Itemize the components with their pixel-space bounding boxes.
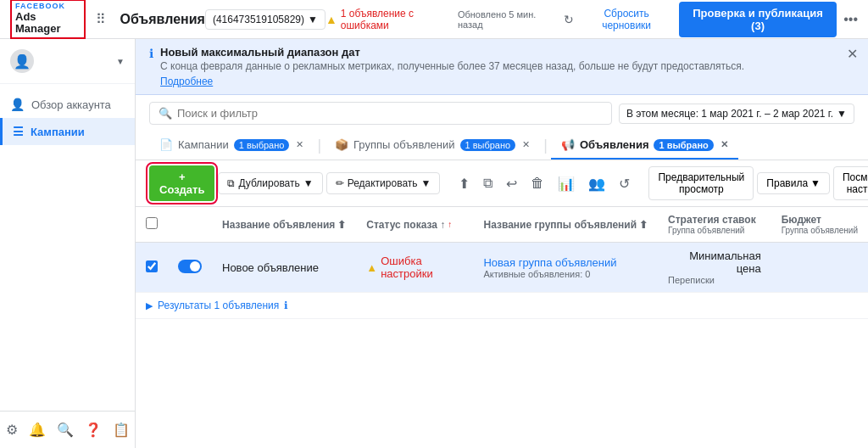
tab-separator: | (317, 137, 321, 154)
reset-drafts-button[interactable]: Сбросить черновики (581, 8, 672, 31)
settings-button[interactable]: Посмотреть настройки (833, 166, 868, 200)
search-icon[interactable]: 🔍 (57, 422, 74, 438)
tab-ads-close-icon[interactable]: ✕ (721, 139, 728, 150)
bid-strategy-sub: Переписки (668, 275, 761, 285)
sort-icon-2: ⬆ (639, 219, 648, 231)
rules-label: Правила (766, 177, 808, 189)
more-options-button[interactable]: ••• (843, 12, 858, 27)
account-overview-icon: 👤 (10, 98, 25, 111)
duplicate-label: Дублировать (238, 177, 299, 189)
edit-label: Редактировать (348, 177, 418, 189)
ad-group-sub: Активные объявления: 0 (483, 269, 648, 279)
tab-label: Кампании (178, 138, 229, 151)
sidebar-item-label: Кампании (31, 126, 85, 138)
create-button[interactable]: + Создать (149, 165, 214, 201)
row-ad-name-cell: Новое объявление (212, 243, 356, 293)
campaigns-icon: ☰ (13, 125, 24, 138)
select-all-checkbox[interactable] (146, 217, 158, 229)
tab-campaigns[interactable]: 📄 Кампании 1 выбрано ✕ (149, 132, 314, 160)
edit-button[interactable]: ✏ Редактировать ▼ (326, 172, 441, 194)
undo-button[interactable]: ↩ (501, 171, 522, 196)
sidebar-item-account-overview[interactable]: 👤 Обзор аккаунта (0, 91, 135, 118)
account-dropdown-icon: ▼ (308, 14, 318, 25)
notification-title: Новый максимальный диапазон дат (160, 46, 854, 59)
th-budget-sub: Группа объявлений (782, 226, 858, 235)
warning-icon: ▲ (326, 13, 337, 26)
help-icon[interactable]: ❓ (85, 422, 102, 438)
publish-button[interactable]: Проверка и публикация (3) (679, 2, 837, 37)
ad-toggle[interactable] (178, 260, 202, 273)
toggle-thumb (190, 261, 200, 272)
th-checkbox (136, 207, 168, 243)
top-bar-right: Обновлено 5 мин. назад ↻ Сбросить чернов… (458, 2, 858, 37)
tab-ads-badge: 1 выбрано (654, 139, 713, 151)
people-button[interactable]: 👥 (583, 171, 610, 196)
tab-adgroups-close-icon[interactable]: ✕ (522, 139, 530, 150)
tab-ads[interactable]: 📢 Объявления 1 выбрано ✕ (551, 132, 738, 160)
updated-text: Обновлено 5 мин. назад (458, 9, 557, 30)
th-status: Статус показа ↑ ↑ (356, 207, 473, 243)
facebook-logo: FACEBOOK Ads Manager (10, 0, 86, 39)
sort-ad-group[interactable]: Название группы объявлений ⬆ (483, 219, 648, 231)
notification-text: С конца февраля данные о рекламных метри… (160, 60, 854, 72)
tab-campaigns-close-icon[interactable]: ✕ (296, 139, 303, 150)
table-container: Название объявления ⬆ Статус показа ↑ ↑ (136, 207, 868, 448)
tab-campaigns-badge: 1 выбрано (234, 139, 290, 151)
tab-ads-icon: 📢 (561, 138, 575, 151)
search-input[interactable] (177, 107, 603, 120)
tab-separator-2: | (543, 137, 548, 154)
ad-group-link[interactable]: Новая группа объявлений (483, 256, 616, 269)
delete-button[interactable]: 🗑 (526, 171, 549, 195)
sync-button[interactable]: ↺ (614, 171, 635, 196)
avatar: 👤 (10, 49, 34, 73)
date-filter[interactable]: В этом месяце: 1 мар 2021 г. – 2 мар 202… (619, 104, 854, 124)
sidebar-item-campaigns[interactable]: ☰ Кампании (0, 118, 135, 145)
export-button[interactable]: ⬆ (453, 171, 475, 196)
sort-ad-name[interactable]: Название объявления ⬆ (222, 219, 346, 231)
search-icon: 🔍 (159, 107, 172, 120)
user-avatar[interactable]: 👤 ▼ (10, 49, 125, 73)
ads-table: Название объявления ⬆ Статус показа ↑ ↑ (136, 207, 868, 319)
duplicate-button[interactable]: ⧉ Дублировать ▼ (218, 172, 322, 194)
ad-name: Новое объявление (222, 261, 319, 274)
expand-info-icon: ℹ (284, 300, 288, 311)
error-text: 1 объявление с ошибками (341, 8, 458, 31)
row-bid-strategy-cell: Минимальная цена Переписки (658, 243, 771, 293)
row-checkbox[interactable] (146, 260, 158, 272)
notification-content: Новый максимальный диапазон дат С конца … (160, 46, 854, 87)
toggle-track[interactable] (178, 260, 202, 273)
notification-banner: ℹ Новый максимальный диапазон дат С конц… (136, 39, 868, 95)
notification-link[interactable]: Подробнее (160, 76, 213, 87)
th-ad-name: Название объявления ⬆ (212, 207, 356, 243)
expand-icon: ▶ (146, 300, 153, 311)
sort-status[interactable]: Статус показа ↑ ↑ (366, 219, 463, 231)
status-error: ▲ Ошибка настройки (366, 255, 463, 280)
notifications-icon[interactable]: 🔔 (29, 422, 46, 438)
duplicate-chevron-icon: ▼ (303, 177, 314, 189)
refresh-button[interactable]: ↻ (564, 13, 574, 26)
app-title: Ads Manager (15, 11, 81, 36)
pages-icon[interactable]: 📋 (113, 422, 130, 438)
expand-results[interactable]: ▶ Результаты 1 объявления ℹ (146, 300, 858, 311)
preview-button[interactable]: Предварительный просмотр (648, 166, 754, 200)
edit-icon: ✏ (336, 177, 344, 189)
chart-button[interactable]: 📊 (553, 171, 580, 196)
status-text: Ошибка настройки (381, 255, 463, 280)
date-filter-label: В этом месяце: 1 мар 2021 г. – 2 мар 202… (626, 108, 833, 120)
duplicate-icon: ⧉ (227, 177, 235, 189)
account-selector[interactable]: (416473519105829) ▼ (205, 9, 326, 30)
row-status-cell: ▲ Ошибка настройки (356, 243, 473, 293)
tab-ad-groups[interactable]: 📦 Группы объявлений 1 выбрано ✕ (325, 132, 540, 160)
rules-button[interactable]: Правила ▼ (757, 172, 830, 194)
tab-label: Объявления (580, 138, 649, 151)
sidebar-item-label: Обзор аккаунта (31, 98, 111, 111)
search-bar: 🔍 (149, 102, 612, 125)
copy-button[interactable]: ⧉ (478, 171, 498, 195)
sidebar-nav: 👤 Обзор аккаунта ☰ Кампании (0, 84, 135, 411)
sort-icon: ⬆ (337, 219, 346, 231)
notification-close-button[interactable]: ✕ (847, 46, 858, 62)
settings-icon[interactable]: ⚙ (6, 422, 18, 438)
avatar-chevron-icon: ▼ (116, 57, 125, 66)
bid-strategy-container: Минимальная цена Переписки (668, 249, 761, 285)
grid-icon[interactable]: ⠿ (96, 11, 106, 27)
